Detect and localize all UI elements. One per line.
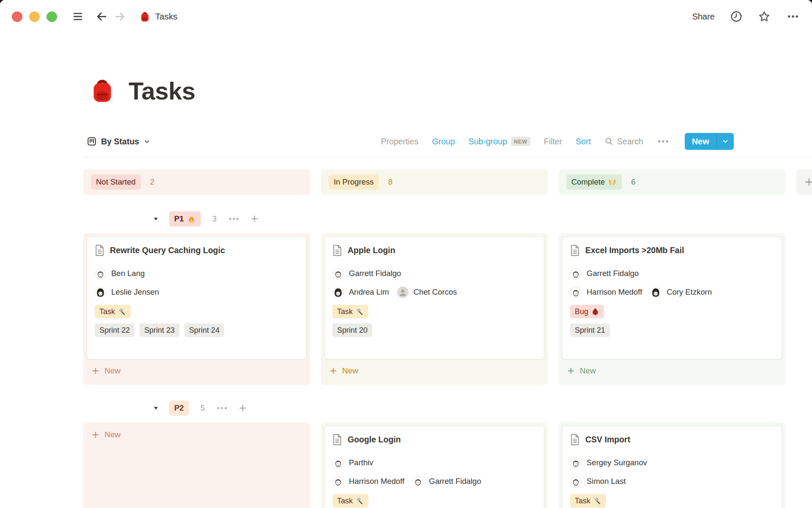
task-card[interactable]: Google Login Parthiv Harrison Medoff: [324, 426, 544, 508]
card-title: Apple Login: [348, 246, 395, 255]
section-p1-not-started: Rewrite Query Caching Logic Ben Lang Les…: [83, 233, 310, 385]
assignee: Sergey Surganov: [570, 457, 647, 469]
fire-icon: [187, 215, 196, 224]
plus-icon: [804, 177, 812, 188]
status-label: Not Started: [96, 177, 136, 187]
group-add-icon[interactable]: [238, 403, 248, 413]
ladybug-icon: [591, 308, 599, 316]
back-arrow-icon[interactable]: [95, 10, 108, 23]
new-button-dropdown[interactable]: [716, 133, 734, 150]
close-window-button[interactable]: [12, 11, 22, 22]
page-icon: [570, 434, 580, 445]
breadcrumb[interactable]: Tasks: [139, 11, 177, 22]
group-header-p1: P1 3: [153, 209, 812, 229]
avatar: [412, 476, 424, 487]
add-column-button[interactable]: [796, 169, 812, 195]
group-label: P2: [174, 403, 184, 413]
updates-clock-icon[interactable]: [730, 10, 743, 23]
minimize-window-button[interactable]: [29, 11, 40, 22]
assignee-row: Simon Last: [570, 472, 774, 491]
assignee: Harrison Medoff: [570, 287, 642, 298]
assignee-row: Garrett Fidalgo: [570, 264, 774, 283]
assignee: Garrett Fidalgo: [570, 268, 639, 279]
properties-button[interactable]: Properties: [381, 137, 419, 146]
collapse-triangle-icon[interactable]: [153, 216, 159, 222]
card-title: Rewrite Query Caching Logic: [110, 246, 225, 255]
column-header-not-started: Not Started 2: [83, 169, 310, 195]
status-pill-in-progress[interactable]: In Progress: [329, 174, 379, 190]
new-feature-badge: NEW: [511, 137, 530, 146]
assignee: Ben Lang: [95, 268, 145, 279]
subgroup-button[interactable]: Sub-group NEW: [469, 137, 530, 146]
status-pill-complete[interactable]: Complete: [566, 174, 622, 190]
task-card[interactable]: Apple Login Garrett Fidalgo Andrea Lim: [324, 237, 544, 359]
tag-task: Task: [332, 494, 368, 508]
forward-arrow-icon[interactable]: [114, 10, 126, 23]
avatar: [570, 457, 582, 469]
assignee-row: Sergey Surganov: [570, 453, 774, 472]
hammer-icon: [593, 497, 601, 505]
task-card[interactable]: Rewrite Query Caching Logic Ben Lang Les…: [87, 237, 307, 359]
assignee: Leslie Jensen: [95, 287, 159, 298]
group-add-icon[interactable]: [250, 214, 260, 224]
page-icon: [570, 245, 580, 256]
avatar: [570, 268, 582, 279]
assignee-row: Harrison Medoff Garrett Fidalgo: [332, 472, 536, 491]
assignee-row: Garrett Fidalgo: [332, 264, 536, 283]
more-options-icon[interactable]: [786, 10, 800, 23]
column-headers-row: Not Started 2 In Progress 8 Complete 6: [83, 169, 812, 195]
tag-sprint: Sprint 20: [332, 323, 372, 337]
section-p2-complete: CSV Import Sergey Surganov Simon Last: [559, 422, 785, 508]
page-icon: [332, 245, 342, 256]
section-p2-not-started: New: [83, 422, 310, 508]
view-toolbar: By Status Properties Group Sub-group NEW…: [87, 130, 734, 153]
sidebar-toggle-icon[interactable]: [71, 10, 84, 23]
window-titlebar: Tasks Share: [0, 0, 812, 33]
notion-window: Tasks Share Tasks By Status Properties G…: [0, 0, 812, 508]
new-card-button[interactable]: New: [87, 426, 307, 444]
view-name: By Status: [101, 137, 139, 146]
zoom-window-button[interactable]: [47, 11, 57, 22]
hammer-icon: [118, 308, 126, 316]
task-card[interactable]: Excel Imports >20Mb Fail Garrett Fidalgo…: [562, 237, 782, 359]
raised-hands-icon: [608, 178, 617, 187]
search-button[interactable]: Search: [604, 137, 643, 146]
page-icon: [95, 245, 104, 256]
avatar: [332, 287, 344, 298]
section-p1-in-progress: Apple Login Garrett Fidalgo Andrea Lim: [321, 233, 548, 385]
avatar: [95, 268, 106, 279]
column-header-in-progress: In Progress 8: [321, 169, 548, 195]
avatar: [95, 287, 106, 298]
new-card-button[interactable]: New: [87, 362, 307, 380]
share-button[interactable]: Share: [692, 12, 715, 22]
group-button[interactable]: Group: [432, 137, 455, 146]
group-p1-sections: Rewrite Query Caching Logic Ben Lang Les…: [83, 233, 812, 385]
search-label: Search: [617, 137, 643, 146]
new-card-button[interactable]: New: [324, 362, 544, 380]
page-icon-backpack[interactable]: [89, 77, 116, 104]
breadcrumb-page-title: Tasks: [155, 11, 177, 22]
favorite-star-icon[interactable]: [758, 10, 771, 23]
status-pill-not-started[interactable]: Not Started: [91, 174, 141, 190]
avatar: [570, 287, 582, 298]
avatar: [650, 287, 661, 298]
view-selector[interactable]: By Status: [87, 136, 151, 146]
group-options-icon[interactable]: [228, 213, 240, 225]
toolbar-divider: [83, 157, 812, 157]
collapse-triangle-icon[interactable]: [153, 405, 159, 411]
plus-icon: [329, 366, 338, 375]
new-button[interactable]: New: [685, 133, 716, 150]
task-card[interactable]: CSV Import Sergey Surganov Simon Last: [562, 426, 782, 508]
sort-button[interactable]: Sort: [576, 137, 591, 146]
assignee: Simon Last: [570, 476, 626, 487]
assignee-row: Leslie Jensen: [95, 283, 299, 301]
page-title[interactable]: Tasks: [129, 77, 195, 105]
group-options-icon[interactable]: [216, 402, 228, 414]
traffic-lights: [12, 11, 57, 22]
section-p2-in-progress: Google Login Parthiv Harrison Medoff: [321, 422, 548, 508]
new-card-button[interactable]: New: [562, 362, 782, 380]
filter-button[interactable]: Filter: [544, 137, 562, 146]
view-more-options-icon[interactable]: [657, 135, 669, 148]
group-pill-p1[interactable]: P1: [169, 211, 201, 226]
group-pill-p2[interactable]: P2: [169, 400, 189, 416]
